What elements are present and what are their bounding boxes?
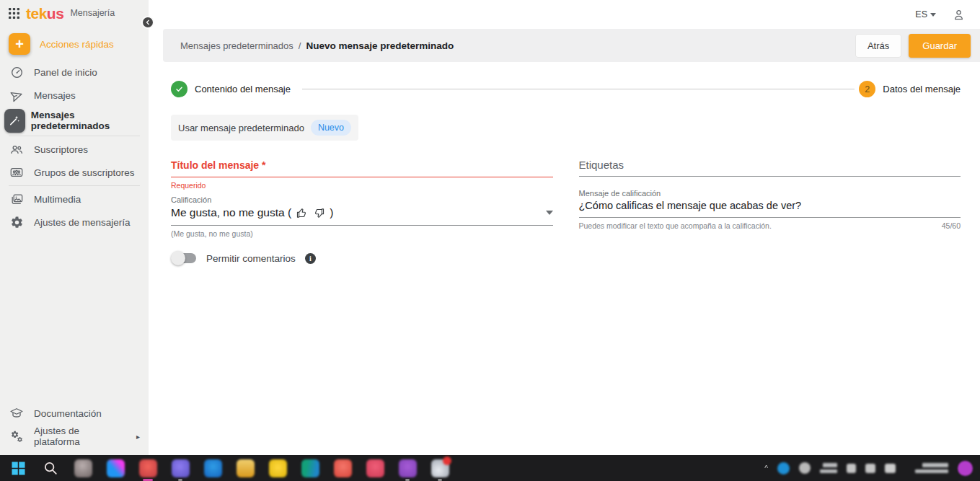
step1-check-icon[interactable] <box>171 81 187 97</box>
taskbar-app-icon-9[interactable] <box>333 459 352 477</box>
rating-select-label: Calificación <box>171 195 553 204</box>
send-icon <box>9 87 25 103</box>
tray-blue-icon[interactable] <box>777 462 790 475</box>
people-icon <box>9 141 25 157</box>
notification-icon[interactable] <box>958 461 973 476</box>
taskbar-app-icon-10[interactable] <box>366 459 384 477</box>
sidebar-item-label: Ajustes de plataforma <box>34 425 125 447</box>
thumb-up-icon <box>296 207 308 219</box>
taskbar-app-icon-6[interactable] <box>236 459 255 477</box>
logo-us: us <box>47 5 64 22</box>
sidebar-divider <box>9 136 140 136</box>
step2-label[interactable]: Datos del mensaje <box>883 84 961 94</box>
sidebar-item-mensajes[interactable]: Mensajes <box>0 84 149 107</box>
sidebar-item-multimedia[interactable]: Multimedia <box>0 187 149 211</box>
language-indicator[interactable] <box>820 463 837 473</box>
sidebar-item-documentacion[interactable]: Documentación <box>0 402 149 425</box>
title-error-hint: Requerido <box>171 181 553 190</box>
main-area: ES Mensajes predeterminados / Nuevo mens… <box>149 0 980 455</box>
chevron-up-icon[interactable]: ^ <box>764 464 768 472</box>
allow-comments-toggle[interactable] <box>171 251 197 265</box>
stepper: Contenido del mensaje 2 Datos del mensaj… <box>171 81 961 97</box>
sidebar-item-grupos-de-suscriptores[interactable]: Grupos de suscriptores <box>0 161 149 184</box>
title-input[interactable]: Título del mensaje * <box>171 159 553 177</box>
sidebar-item-panel-de-inicio[interactable]: Panel de inicio <box>0 61 149 84</box>
sidebar-header: tekus Mensajería <box>0 0 149 26</box>
save-button[interactable]: Guardar <box>909 34 971 58</box>
volume-icon[interactable] <box>865 464 875 473</box>
preset-chip-label: Usar mensaje predeterminado <box>178 123 304 133</box>
sidebar-item-label: Documentación <box>34 408 102 419</box>
sidebar: tekus Mensajería + Acciones rápidas Pane… <box>0 0 149 455</box>
brand-logo[interactable]: tekus <box>26 6 63 21</box>
taskbar-app-icon-4[interactable] <box>171 459 190 477</box>
search-icon[interactable] <box>41 459 60 477</box>
sidebar-item-label: Panel de inicio <box>34 67 97 78</box>
tray-gray-icon[interactable] <box>799 462 811 474</box>
comments-toggle-label: Permitir comentarios <box>206 253 296 264</box>
taskbar-icons <box>9 459 449 477</box>
dropdown-arrow-icon <box>546 211 553 215</box>
language-selector[interactable]: ES <box>915 9 936 19</box>
sidebar-item-label: Suscriptores <box>34 144 88 155</box>
battery-icon[interactable] <box>885 464 896 473</box>
taskbar-app-icon-12[interactable] <box>431 459 449 477</box>
rating-select[interactable]: Me gusta, no me gusta ( ) <box>171 206 553 226</box>
sidebar-item-ajustes-de-plataforma[interactable]: Ajustes de plataforma ▸ <box>0 425 149 448</box>
form-right-column: Etiquetas Mensaje de calificación ¿Cómo … <box>579 159 961 265</box>
rating-select-value-close: ) <box>330 206 333 219</box>
windows-start-icon[interactable] <box>9 459 27 477</box>
page-toolbar: Mensajes predeterminados / Nuevo mensaje… <box>163 29 980 62</box>
form-content: Contenido del mensaje 2 Datos del mensaj… <box>149 62 980 265</box>
rating-message-input[interactable]: ¿Cómo calificas el mensaje que acabas de… <box>579 200 961 218</box>
breadcrumb-parent[interactable]: Mensajes predeterminados <box>180 40 293 51</box>
apps-grid-icon[interactable] <box>9 8 19 19</box>
step1-label[interactable]: Contenido del mensaje <box>195 84 291 94</box>
back-button[interactable]: Atrás <box>855 34 901 58</box>
sidebar-item-ajustes-de-mensajeria[interactable]: Ajustes de mensajería <box>0 211 149 234</box>
groups-icon <box>9 164 25 180</box>
step2-circle[interactable]: 2 <box>859 81 875 97</box>
wifi-icon[interactable] <box>847 464 856 473</box>
quick-actions-button[interactable]: + Acciones rápidas <box>0 32 149 56</box>
rating-select-hint: (Me gusta, no me gusta) <box>171 229 553 238</box>
chevron-left-icon <box>144 19 151 26</box>
tags-input-label: Etiquetas <box>579 159 624 171</box>
dashboard-icon <box>9 64 25 80</box>
taskbar-app-icon-1[interactable] <box>74 459 92 477</box>
tags-input[interactable]: Etiquetas <box>579 159 961 177</box>
logo-tek: tek <box>26 5 47 22</box>
sidebar-item-label: Mensajes <box>34 90 76 101</box>
sidebar-nav: Panel de inicio Mensajes Mensajes predet… <box>0 61 149 234</box>
use-preset-message-chip[interactable]: Usar mensaje predeterminado Nuevo <box>171 115 358 141</box>
rating-select-value: Me gusta, no me gusta ( <box>171 206 291 219</box>
sidebar-collapse-button[interactable] <box>141 16 154 29</box>
system-tray: ^ <box>764 461 973 476</box>
nuevo-badge[interactable]: Nuevo <box>311 120 351 136</box>
gears-icon <box>9 428 25 444</box>
suite-label: Mensajería <box>70 8 115 18</box>
taskbar-app-icon-7[interactable] <box>268 459 287 477</box>
app-window: tekus Mensajería + Acciones rápidas Pane… <box>0 0 980 455</box>
user-account-icon[interactable] <box>952 8 966 22</box>
sidebar-item-label: Mensajes predeterminados <box>31 110 140 131</box>
wand-icon <box>4 109 25 133</box>
page-title: Nuevo mensaje predeterminado <box>306 40 454 51</box>
sidebar-item-mensajes-predeterminados[interactable]: Mensajes predeterminados <box>0 107 149 134</box>
rating-message-field: Mensaje de calificación ¿Cómo calificas … <box>579 189 961 230</box>
chip-row: Usar mensaje predeterminado Nuevo <box>171 115 961 141</box>
taskbar-app-icon-3[interactable] <box>138 459 157 477</box>
taskbar-app-icon-8[interactable] <box>301 459 319 477</box>
taskbar-app-icon-5[interactable] <box>203 459 222 477</box>
sidebar-item-label: Ajustes de mensajería <box>34 217 131 228</box>
info-icon[interactable]: i <box>305 253 316 264</box>
sidebar-item-suscriptores[interactable]: Suscriptores <box>0 138 149 161</box>
taskbar-app-icon-2[interactable] <box>106 459 125 477</box>
clock[interactable] <box>915 463 948 473</box>
sidebar-footer: Documentación Ajustes de plataforma ▸ <box>0 402 149 455</box>
taskbar-app-icon-11[interactable] <box>398 459 417 477</box>
plus-icon[interactable]: + <box>9 33 30 55</box>
thumb-down-icon <box>313 207 325 219</box>
form-left-column: Título del mensaje * Requerido Calificac… <box>171 159 553 265</box>
toolbar-buttons: Atrás Guardar <box>855 34 971 58</box>
